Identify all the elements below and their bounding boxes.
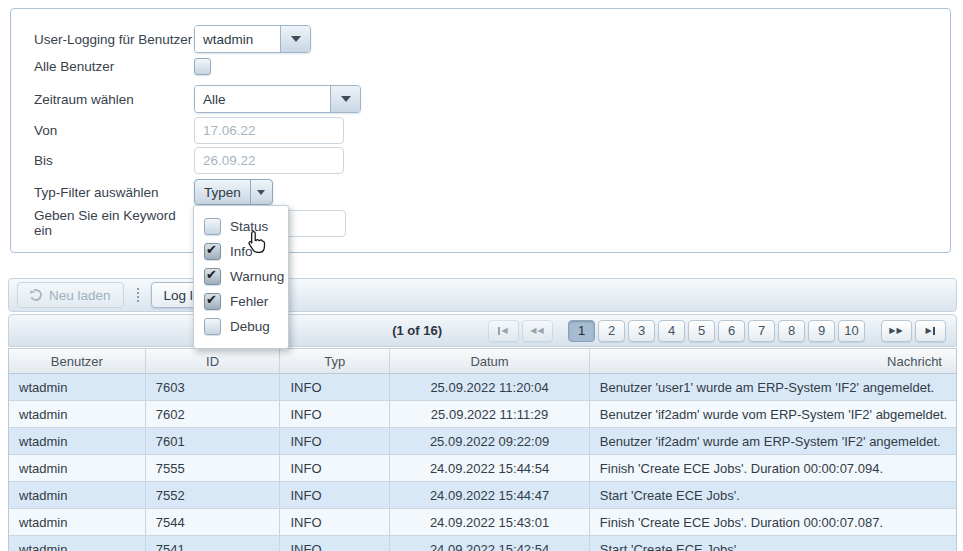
date-to-input[interactable] bbox=[194, 147, 344, 174]
chevron-down-icon bbox=[257, 190, 265, 195]
type-filter-trigger[interactable] bbox=[250, 180, 272, 204]
table-cell: INFO bbox=[280, 509, 390, 536]
keyword-row: Geben Sie ein Keyword ein bbox=[34, 209, 346, 237]
user-select-label: User-Logging für Benutzer bbox=[34, 32, 194, 47]
table-cell: Finish 'Create ECE Jobs'. Duration 00:00… bbox=[590, 509, 956, 536]
table-cell: wtadmin bbox=[9, 509, 146, 536]
last-page-icon bbox=[933, 327, 935, 335]
date-to-row: Bis bbox=[34, 147, 344, 174]
period-dropdown-trigger[interactable] bbox=[330, 86, 360, 112]
table-cell: INFO bbox=[280, 455, 390, 482]
column-header[interactable]: Benutzer bbox=[9, 349, 146, 374]
table-cell: 25.09.2022 11:11:29 bbox=[390, 401, 590, 428]
arrow-right-icon: ▶ bbox=[925, 327, 931, 335]
paginator-page-button[interactable]: 1 bbox=[568, 320, 595, 342]
user-logging-page: User-Logging für Benutzer wtadmin Alle B… bbox=[0, 0, 963, 551]
type-option-checkbox[interactable]: ✔ bbox=[204, 318, 221, 335]
table-cell: wtadmin bbox=[9, 428, 146, 455]
table-cell: 7544 bbox=[146, 509, 281, 536]
table-cell: Benutzer 'if2adm' wurde vom ERP-System '… bbox=[590, 401, 956, 428]
paginator-prev-button[interactable]: ◀◀ bbox=[522, 320, 553, 342]
table-cell: 7552 bbox=[146, 482, 281, 509]
table-row[interactable]: wtadmin7602INFO25.09.2022 11:11:29Benutz… bbox=[9, 401, 956, 428]
type-filter-option[interactable]: ✔ Fehler bbox=[194, 289, 288, 314]
table-cell: INFO bbox=[280, 401, 390, 428]
type-option-checkbox[interactable]: ✔ bbox=[204, 268, 221, 285]
type-option-checkbox[interactable]: ✔ bbox=[204, 293, 221, 310]
table-row[interactable]: wtadmin7552INFO24.09.2022 15:44:47Start … bbox=[9, 482, 956, 509]
table-cell: wtadmin bbox=[9, 536, 146, 551]
reload-button[interactable]: Neu laden bbox=[17, 282, 124, 308]
column-header[interactable]: Typ bbox=[280, 349, 390, 374]
arrow-left-icon: ◀ bbox=[501, 327, 507, 335]
arrow-right-icon: ▶ bbox=[897, 327, 903, 335]
paginator-first-button[interactable]: ◀ bbox=[488, 320, 519, 342]
all-users-label: Alle Benutzer bbox=[34, 59, 194, 74]
date-from-row: Von bbox=[34, 117, 344, 144]
table-cell: wtadmin bbox=[9, 455, 146, 482]
paginator-page-button[interactable]: 3 bbox=[628, 320, 655, 342]
type-filter-option[interactable]: ✔ Warnung bbox=[194, 264, 288, 289]
check-icon: ✔ bbox=[206, 292, 217, 307]
column-header[interactable]: Nachricht bbox=[590, 349, 956, 374]
all-users-row: Alle Benutzer ✔ bbox=[34, 57, 211, 75]
type-option-label: Fehler bbox=[230, 294, 268, 309]
user-dropdown[interactable]: wtadmin bbox=[194, 25, 311, 53]
chevron-down-icon bbox=[291, 36, 301, 42]
table-row[interactable]: wtadmin7541INFO24.09.2022 15:42:54Start … bbox=[9, 536, 956, 551]
table-cell: Benutzer 'user1' wurde am ERP-System 'IF… bbox=[590, 374, 956, 401]
paginator-pages: 1 2 3 4 5 6 7 8 9 10 bbox=[567, 320, 867, 342]
table-cell: wtadmin bbox=[9, 374, 146, 401]
table-cell: Benutzer 'if2adm' wurde am ERP-System 'I… bbox=[590, 428, 956, 455]
keyword-label: Geben Sie ein Keyword ein bbox=[34, 208, 194, 238]
paginator-page-button[interactable]: 2 bbox=[598, 320, 625, 342]
column-header[interactable]: ID bbox=[146, 349, 281, 374]
period-dropdown[interactable]: Alle bbox=[194, 85, 361, 113]
type-filter-option[interactable]: ✔ Status bbox=[194, 214, 288, 239]
table-row[interactable]: wtadmin7555INFO24.09.2022 15:44:54Finish… bbox=[9, 455, 956, 482]
check-icon: ✔ bbox=[206, 242, 217, 257]
toolbar-separator bbox=[136, 287, 140, 303]
reload-button-label: Neu laden bbox=[49, 288, 111, 303]
paginator-page-button[interactable]: 10 bbox=[838, 320, 865, 342]
type-option-checkbox[interactable]: ✔ bbox=[204, 243, 221, 260]
arrow-left-icon: ◀ bbox=[538, 327, 544, 335]
table-cell: 7555 bbox=[146, 455, 281, 482]
type-option-checkbox[interactable]: ✔ bbox=[204, 218, 221, 235]
table-cell: 24.09.2022 15:44:54 bbox=[390, 455, 590, 482]
paginator-page-button[interactable]: 7 bbox=[748, 320, 775, 342]
user-dropdown-trigger[interactable] bbox=[280, 26, 310, 52]
all-users-checkbox[interactable]: ✔ bbox=[194, 58, 211, 75]
paginator-page-button[interactable]: 4 bbox=[658, 320, 685, 342]
table-cell: Start 'Create ECE Jobs'. bbox=[590, 536, 956, 551]
table-row[interactable]: wtadmin7544INFO24.09.2022 15:43:01Finish… bbox=[9, 509, 956, 536]
table-cell: 24.09.2022 15:44:47 bbox=[390, 482, 590, 509]
table-cell: INFO bbox=[280, 536, 390, 551]
type-filter-option[interactable]: ✔ Debug bbox=[194, 314, 288, 339]
paginator-status: (1 of 16) bbox=[392, 323, 442, 338]
table-cell: wtadmin bbox=[9, 401, 146, 428]
type-filter-option[interactable]: ✔ Info bbox=[194, 239, 288, 264]
type-filter-button[interactable]: Typen bbox=[194, 179, 273, 205]
table-cell: 24.09.2022 15:42:54 bbox=[390, 536, 590, 551]
table-cell: 7602 bbox=[146, 401, 281, 428]
paginator-page-button[interactable]: 8 bbox=[778, 320, 805, 342]
paginator-page-button[interactable]: 6 bbox=[718, 320, 745, 342]
paginator-page-button[interactable]: 9 bbox=[808, 320, 835, 342]
log-table-header: BenutzerIDTypDatumNachricht bbox=[9, 348, 956, 374]
paginator-last-button[interactable]: ▶ bbox=[915, 320, 946, 342]
chevron-down-icon bbox=[341, 96, 351, 102]
table-cell: 25.09.2022 11:20:04 bbox=[390, 374, 590, 401]
first-page-icon bbox=[498, 327, 500, 335]
user-select-row: User-Logging für Benutzer wtadmin bbox=[34, 25, 311, 53]
table-row[interactable]: wtadmin7601INFO25.09.2022 09:22:09Benutz… bbox=[9, 428, 956, 455]
column-header[interactable]: Datum bbox=[390, 349, 590, 374]
table-cell: INFO bbox=[280, 374, 390, 401]
date-from-input[interactable] bbox=[194, 117, 344, 144]
table-row[interactable]: wtadmin7603INFO25.09.2022 11:20:04Benutz… bbox=[9, 374, 956, 401]
paginator-page-button[interactable]: 5 bbox=[688, 320, 715, 342]
type-option-label: Warnung bbox=[230, 269, 284, 284]
type-option-label: Status bbox=[230, 219, 268, 234]
paginator-next-button[interactable]: ▶▶ bbox=[881, 320, 912, 342]
type-filter-button-label: Typen bbox=[195, 180, 250, 204]
